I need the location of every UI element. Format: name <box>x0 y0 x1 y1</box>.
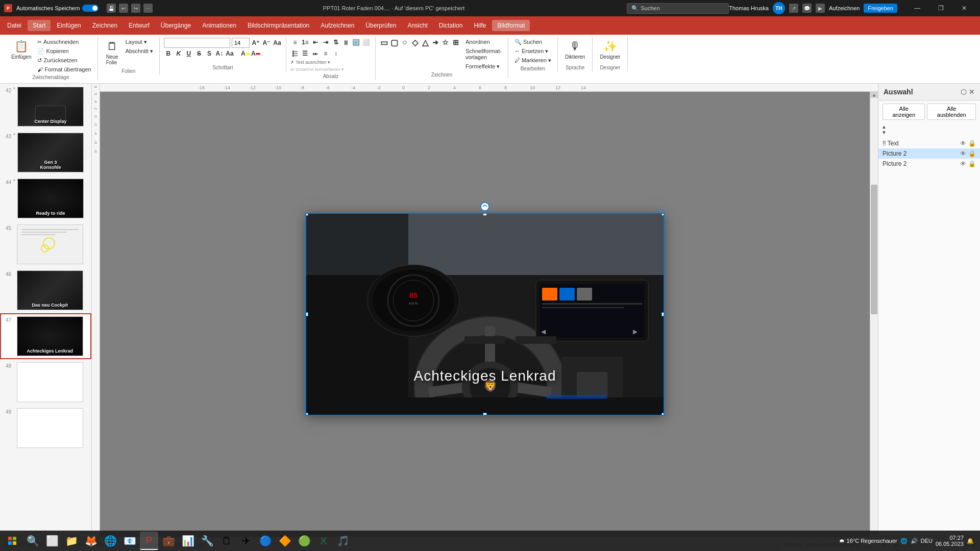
shape-star5[interactable]: ☆ <box>441 38 450 47</box>
taskbar-file-explorer[interactable]: 📁 <box>62 532 81 550</box>
taskbar-onenote[interactable]: 🗒 <box>217 532 236 550</box>
slide-thumb-42[interactable]: Center Display <box>17 87 84 127</box>
slide-thumb-45[interactable] <box>17 224 83 264</box>
handle-l[interactable] <box>306 312 308 316</box>
freigeben-label[interactable]: Freigeben <box>864 4 897 13</box>
slide-thumb-43[interactable]: Gen 3Konsohle <box>17 133 84 172</box>
menu-einfuegen[interactable]: Einfügen <box>52 20 86 31</box>
slide-thumb-48[interactable] <box>17 362 83 402</box>
shape-more[interactable]: ⊞ <box>451 38 460 47</box>
format-uebertragen-button[interactable]: 🖌 Format übertragen <box>35 65 93 73</box>
selection-item-picture2-1[interactable]: Picture 2 👁 🔒 <box>878 148 980 159</box>
slide-item-47[interactable]: 47 Achteckiges Lenkrad <box>0 313 91 359</box>
spacing-button[interactable]: A↕ <box>215 49 224 58</box>
alle-ausblenden-button[interactable]: Alle ausblenden <box>927 104 976 120</box>
taskbar-app6[interactable]: 🟢 <box>295 532 313 550</box>
save-icon[interactable]: 💾 <box>107 4 116 13</box>
shape-circle[interactable]: ○ <box>400 38 409 47</box>
selection-item-picture2-2[interactable]: Picture 2 👁 🔒 <box>878 159 980 169</box>
selection-item-text[interactable]: !! Text 👁 🔒 <box>878 138 980 148</box>
notification-icon[interactable]: 🔔 <box>967 538 974 544</box>
ausschneiden-button[interactable]: ✂ Ausschneiden <box>35 38 93 46</box>
align-right-button[interactable]: ⬰ <box>311 49 320 58</box>
increase-indent-button[interactable]: ⇥ <box>321 38 330 47</box>
network-icon[interactable]: 🌐 <box>900 538 908 544</box>
shape-right-arrow[interactable]: ➜ <box>431 38 440 47</box>
line-spacing-button[interactable]: ↕ <box>331 49 340 58</box>
taskbar-app2[interactable]: 📊 <box>179 532 197 550</box>
rotation-handle[interactable] <box>480 202 490 213</box>
panel-expand-icon[interactable]: ⬡ <box>961 88 967 96</box>
taskbar-firefox[interactable]: 🦊 <box>82 532 100 550</box>
slide-text-overlay[interactable]: Achteckiges Lenkrad <box>306 368 664 384</box>
scroll-thumb[interactable] <box>871 185 877 314</box>
close-button[interactable]: ✕ <box>952 0 976 16</box>
shape-triangle[interactable]: △ <box>421 38 430 47</box>
font-name-input[interactable] <box>164 38 230 48</box>
bold-button[interactable]: B <box>164 49 173 58</box>
taskbar-outlook[interactable]: 📧 <box>120 532 139 550</box>
increase-font-button[interactable]: A⁺ <box>251 38 260 47</box>
text-direction-button[interactable]: ⇅ <box>331 38 340 47</box>
smartart-button[interactable]: ⬜ <box>362 38 371 47</box>
handle-tl[interactable] <box>306 214 308 216</box>
align-center-button[interactable]: ☰ <box>301 49 310 58</box>
taskbar-taskview[interactable]: ⬜ <box>43 532 61 550</box>
menu-ueberpruefen[interactable]: Überprüfen <box>360 20 401 31</box>
markieren-button[interactable]: 🖊 Markieren ▾ <box>512 56 553 65</box>
menu-hilfe[interactable]: Hilfe <box>469 20 491 31</box>
slide-canvas-container[interactable]: 🦁 <box>92 92 878 537</box>
handle-br[interactable] <box>662 413 664 415</box>
zuruecksetzen-button[interactable]: ↺ Zurücksetzen <box>35 56 93 65</box>
taskbar-app4[interactable]: 🔵 <box>256 532 275 550</box>
menu-aufzeichnen[interactable]: Aufzeichnen <box>315 20 359 31</box>
item-pic2-eye-icon[interactable]: 👁 <box>960 160 966 167</box>
menu-entwurf[interactable]: Entwurf <box>124 20 155 31</box>
restore-button[interactable]: ❐ <box>929 0 952 16</box>
slide-thumb-46[interactable]: Das neu Cockpit <box>17 270 83 310</box>
text-ausrichten-btn[interactable]: ✗ Text ausrichten ▾ <box>290 60 330 65</box>
menu-ansicht[interactable]: Ansicht <box>402 20 432 31</box>
designer-button[interactable]: ✨ Designer <box>597 38 623 62</box>
alle-anzeigen-button[interactable]: Alle anzeigen <box>883 104 925 120</box>
taskbar-search[interactable]: 🔍 <box>23 532 42 550</box>
minimize-button[interactable]: — <box>905 0 929 16</box>
title-search-box[interactable]: 🔍 Suchen <box>627 3 729 14</box>
menu-bildschirm[interactable]: Bildschirmpräsentation <box>242 20 314 31</box>
item-text-eye-icon[interactable]: 👁 <box>960 140 966 147</box>
suchen-button[interactable]: 🔍 Suchen <box>512 38 553 46</box>
handle-tr[interactable] <box>662 214 664 216</box>
ersetzen-button[interactable]: ↔ Ersetzen ▾ <box>512 47 553 56</box>
justify-button[interactable]: ≡ <box>321 49 330 58</box>
taskbar-teams[interactable]: 💼 <box>159 532 178 550</box>
item-pic1-lock-icon[interactable]: 🔒 <box>968 150 976 157</box>
scroll-track[interactable] <box>870 98 878 531</box>
panel-close-icon[interactable]: ✕ <box>969 88 975 96</box>
scroll-up-arrow[interactable]: ▲ <box>870 92 878 98</box>
numbered-list-button[interactable]: 1≡ <box>301 38 310 47</box>
handle-b[interactable] <box>483 413 487 415</box>
share-icon[interactable]: ↗ <box>789 4 798 13</box>
abschnitt-button[interactable]: Abschnitt ▾ <box>124 47 155 56</box>
slide-item-49[interactable]: 49 <box>0 405 91 451</box>
font-color-button[interactable]: A <box>251 49 260 58</box>
taskbar-app7[interactable]: 🎵 <box>334 532 352 550</box>
slide-item-46[interactable]: 46 Das neu Cockpit <box>0 267 91 313</box>
slide-thumb-44[interactable]: Ready to ride <box>17 179 84 218</box>
align-left-button[interactable]: ⬱ <box>290 49 300 58</box>
slide-thumb-49[interactable] <box>17 408 83 448</box>
slide-thumb-47[interactable]: Achteckiges Lenkrad <box>17 316 83 356</box>
share-label[interactable]: Aufzeichnen <box>829 5 860 11</box>
main-slide-canvas[interactable]: 🦁 <box>306 214 664 415</box>
anordnen-button[interactable]: Anordnen <box>463 38 504 46</box>
taskbar-app5[interactable]: 🔶 <box>276 532 294 550</box>
kopieren-button[interactable]: 📄 Kopieren <box>35 47 93 56</box>
more-icon[interactable]: ⋯ <box>143 4 153 13</box>
strikethrough-button[interactable]: S <box>194 49 204 58</box>
handle-r[interactable] <box>662 312 664 316</box>
layout-button[interactable]: Layout ▾ <box>124 38 155 46</box>
underline-button[interactable]: U <box>184 49 193 58</box>
taskbar-app3[interactable]: 🔧 <box>198 532 216 550</box>
slide-item-48[interactable]: 48 <box>0 359 91 405</box>
comment-icon[interactable]: 💬 <box>802 4 812 13</box>
